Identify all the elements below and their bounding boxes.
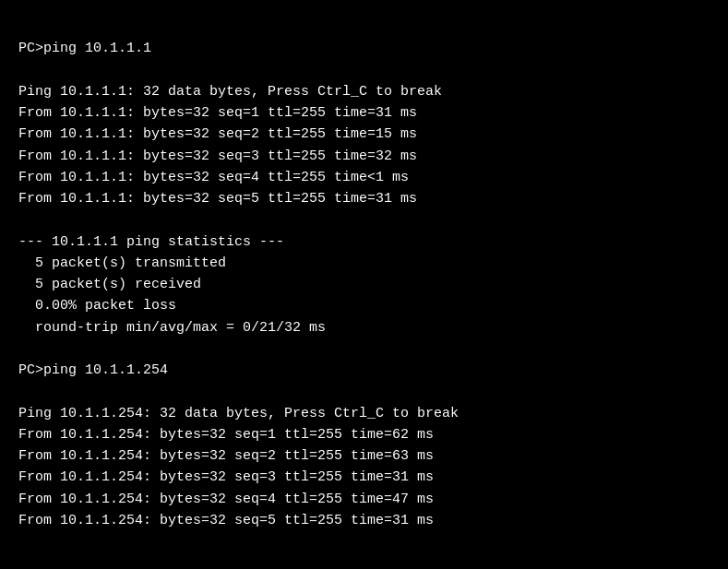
terminal-line-ping2-seq1: From 10.1.1.254: bytes=32 seq=1 ttl=255 …: [18, 424, 710, 445]
terminal-empty-line: [18, 381, 710, 402]
terminal-line-stats-loss: 0.00% packet loss: [18, 295, 710, 316]
terminal-line-ping1-seq2: From 10.1.1.1: bytes=32 seq=2 ttl=255 ti…: [18, 124, 710, 145]
terminal-line-ping2-seq4: From 10.1.1.254: bytes=32 seq=4 ttl=255 …: [18, 489, 710, 510]
terminal-line-ping2-seq2: From 10.1.1.254: bytes=32 seq=2 ttl=255 …: [18, 445, 710, 467]
terminal-line-ping2-seq5: From 10.1.1.254: bytes=32 seq=5 ttl=255 …: [18, 510, 710, 531]
terminal-line-stats-tx: 5 packet(s) transmitted: [18, 253, 710, 274]
terminal-line-cmd1: PC>ping 10.1.1.1: [18, 38, 710, 59]
terminal-line-stats-rtt: round-trip min/avg/max = 0/21/32 ms: [18, 317, 710, 338]
terminal-line-ping2-seq3: From 10.1.1.254: bytes=32 seq=3 ttl=255 …: [18, 467, 710, 488]
terminal-line-ping1-seq4: From 10.1.1.1: bytes=32 seq=4 ttl=255 ti…: [18, 167, 710, 188]
terminal-line-ping1-seq1: From 10.1.1.1: bytes=32 seq=1 ttl=255 ti…: [18, 102, 710, 124]
terminal-line-ping1-header: Ping 10.1.1.1: 32 data bytes, Press Ctrl…: [18, 81, 710, 102]
terminal-line-stats-header: --- 10.1.1.1 ping statistics ---: [18, 231, 710, 253]
terminal-window: PC>ping 10.1.1.1Ping 10.1.1.1: 32 data b…: [0, 0, 728, 569]
terminal-empty-line: [18, 338, 710, 360]
terminal-line-ping2-header: Ping 10.1.1.254: 32 data bytes, Press Ct…: [18, 403, 710, 424]
terminal-line-ping1-seq5: From 10.1.1.1: bytes=32 seq=5 ttl=255 ti…: [18, 188, 710, 209]
terminal-line-cmd2: PC>ping 10.1.1.254: [18, 360, 710, 381]
terminal-line-ping1-seq3: From 10.1.1.1: bytes=32 seq=3 ttl=255 ti…: [18, 146, 710, 167]
terminal-empty-line: [18, 209, 710, 231]
terminal-empty-line: [18, 60, 710, 81]
terminal-line-stats-rx: 5 packet(s) received: [18, 274, 710, 295]
